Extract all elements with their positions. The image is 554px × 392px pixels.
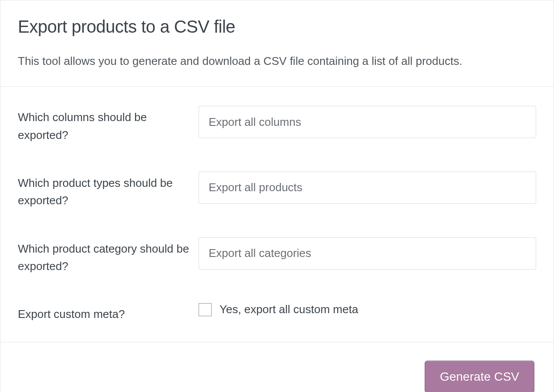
product-types-select-placeholder: Export all products bbox=[209, 181, 302, 194]
product-types-label: Which product types should be exported? bbox=[18, 172, 199, 210]
panel-header: Export products to a CSV file This tool … bbox=[0, 0, 554, 87]
columns-select[interactable]: Export all columns bbox=[199, 106, 536, 138]
custom-meta-checkbox-label[interactable]: Yes, export all custom meta bbox=[220, 303, 358, 316]
columns-control: Export all columns bbox=[199, 106, 536, 138]
row-product-types: Which product types should be exported? … bbox=[18, 172, 536, 210]
custom-meta-checkbox[interactable] bbox=[199, 303, 212, 316]
generate-csv-button[interactable]: Generate CSV bbox=[425, 361, 534, 392]
product-types-control: Export all products bbox=[199, 172, 536, 204]
panel-body: Which columns should be exported? Export… bbox=[0, 87, 554, 342]
custom-meta-checkbox-row: Yes, export all custom meta bbox=[199, 303, 536, 316]
panel-footer: Generate CSV bbox=[0, 342, 554, 392]
row-categories: Which product category should be exporte… bbox=[18, 237, 536, 275]
categories-select-placeholder: Export all categories bbox=[209, 247, 311, 260]
categories-label: Which product category should be exporte… bbox=[18, 237, 199, 275]
custom-meta-label: Export custom meta? bbox=[18, 303, 199, 323]
page-title: Export products to a CSV file bbox=[18, 17, 536, 37]
custom-meta-control: Yes, export all custom meta bbox=[199, 303, 536, 316]
categories-select[interactable]: Export all categories bbox=[199, 237, 536, 270]
columns-label: Which columns should be exported? bbox=[18, 106, 199, 144]
page-description: This tool allows you to generate and dow… bbox=[18, 53, 536, 69]
row-columns: Which columns should be exported? Export… bbox=[18, 106, 536, 144]
product-types-select[interactable]: Export all products bbox=[199, 172, 536, 204]
export-panel: Export products to a CSV file This tool … bbox=[0, 0, 554, 392]
categories-control: Export all categories bbox=[199, 237, 536, 270]
row-custom-meta: Export custom meta? Yes, export all cust… bbox=[18, 303, 536, 323]
columns-select-placeholder: Export all columns bbox=[209, 115, 301, 129]
